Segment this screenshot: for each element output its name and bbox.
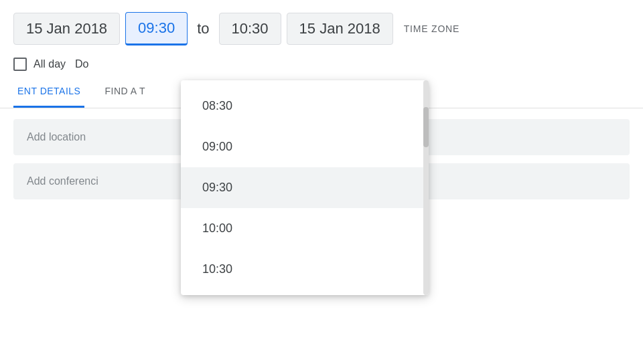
options-row: All day Do [0, 52, 643, 76]
end-time-chip[interactable]: 10:30 [219, 13, 281, 45]
start-date-chip[interactable]: 15 Jan 2018 [13, 13, 120, 45]
end-date-chip[interactable]: 15 Jan 2018 [287, 13, 393, 45]
dropdown-scrollbar-thumb [423, 107, 429, 147]
all-day-text: All day [33, 58, 66, 70]
datetime-bar: 15 Jan 2018 09:30 to 10:30 15 Jan 2018 T… [0, 0, 643, 52]
dropdown-item-1030[interactable]: 10:30 [181, 249, 429, 290]
start-time-chip[interactable]: 09:30 [125, 12, 188, 46]
dropdown-item-0930[interactable]: 09:30 [181, 167, 429, 208]
do-text: Do [75, 58, 88, 70]
dropdown-scrollbar[interactable] [423, 80, 429, 295]
time-dropdown: 08:30 09:00 09:30 10:00 10:30 [181, 80, 429, 295]
dropdown-item-0900[interactable]: 09:00 [181, 126, 429, 167]
tab-find-a-time[interactable]: FIND A T [100, 76, 149, 108]
all-day-label[interactable]: All day [13, 58, 66, 71]
dropdown-item-1000[interactable]: 10:00 [181, 208, 429, 249]
to-label: to [193, 20, 213, 37]
timezone-button[interactable]: TIME ZONE [404, 23, 459, 34]
tab-event-details[interactable]: ENT DETAILS [13, 76, 84, 108]
all-day-checkbox[interactable] [13, 58, 27, 71]
dropdown-item-0830[interactable]: 08:30 [181, 86, 429, 126]
